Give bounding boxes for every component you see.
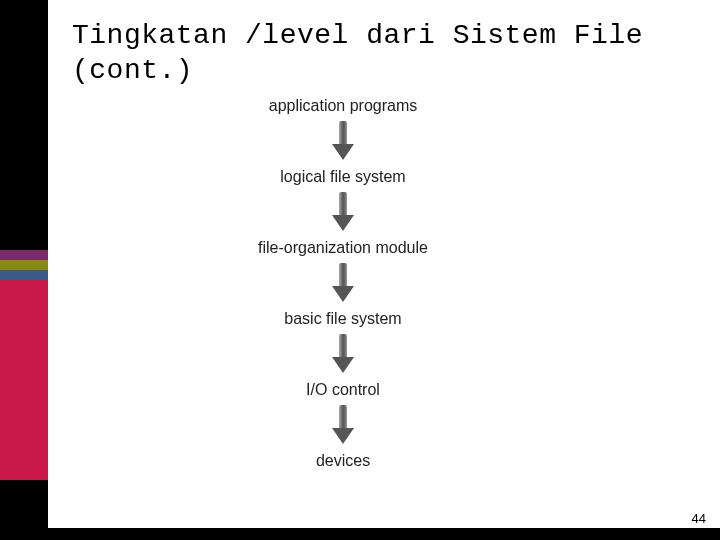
layer-logical-file-system: logical file system <box>280 168 405 186</box>
accent-bar <box>0 260 48 270</box>
down-arrow-icon <box>332 334 354 373</box>
accent-bar <box>0 270 48 280</box>
left-accent-bars <box>0 250 48 480</box>
layer-basic-file-system: basic file system <box>284 310 401 328</box>
accent-bar <box>0 250 48 260</box>
slide-title: Tingkatan /level dari Sistem File(cont.) <box>48 0 720 88</box>
accent-bar <box>0 280 48 480</box>
down-arrow-icon <box>332 405 354 444</box>
down-arrow-icon <box>332 121 354 160</box>
down-arrow-icon <box>332 263 354 302</box>
layer-io-control: I/O control <box>306 381 380 399</box>
layer-application-programs: application programs <box>269 97 418 115</box>
slide-body: Tingkatan /level dari Sistem File(cont.)… <box>48 0 720 528</box>
layer-file-organization-module: file-organization module <box>258 239 428 257</box>
page-number: 44 <box>692 511 706 526</box>
file-system-layers-diagram: application programs logical file system… <box>228 95 458 474</box>
down-arrow-icon <box>332 192 354 231</box>
layer-devices: devices <box>316 452 370 470</box>
